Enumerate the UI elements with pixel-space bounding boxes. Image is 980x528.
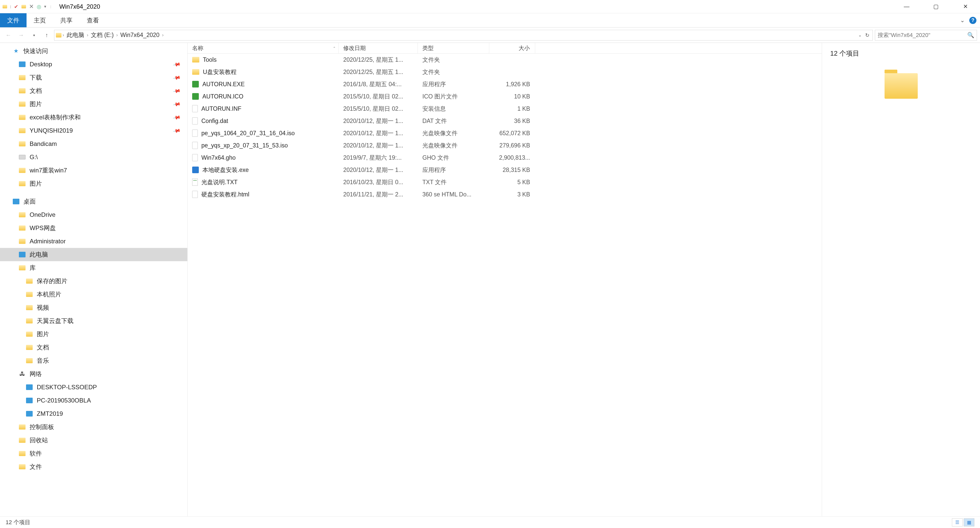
pin-icon: 📌 [172, 60, 181, 69]
search-input[interactable] [878, 32, 967, 38]
sidebar-item[interactable]: WPS网盘 [0, 221, 187, 235]
close-button[interactable]: ✕ [951, 0, 980, 13]
sidebar-item[interactable]: 图片📌 [0, 97, 187, 111]
file-row[interactable]: Win7x64.gho2019/9/7, 星期六 19:...GHO 文件2,9… [188, 152, 822, 164]
qa-check-icon[interactable]: ✔ [14, 3, 18, 10]
minimize-button[interactable]: — [892, 0, 921, 13]
qa-dropdown-icon[interactable]: ▾ [44, 4, 46, 9]
column-name[interactable]: 名称⌃ [188, 43, 339, 53]
crumb-sep-icon[interactable]: › [87, 32, 88, 38]
breadcrumb-item[interactable]: Win7x64_2020 [119, 32, 161, 38]
folder-icon [25, 277, 33, 285]
sidebar-item[interactable]: 天翼云盘下载 [0, 314, 187, 328]
sidebar-quick-access[interactable]: ★ 快速访问 [0, 44, 187, 58]
file-row[interactable]: AUTORUN.INF2015/5/10, 星期日 02...安装信息1 KB [188, 103, 822, 115]
pc-icon [18, 251, 26, 258]
sidebar-item[interactable]: ZMT2019 [0, 407, 187, 420]
folder-icon [25, 330, 33, 338]
file-type: 安装信息 [418, 105, 489, 113]
crumb-sep-icon[interactable]: › [162, 32, 164, 38]
address-bar[interactable]: › 此电脑 › 文档 (E:) › Win7x64_2020 › ⌄ ↻ [54, 30, 873, 41]
file-date: 2020/10/12, 星期一 1... [339, 129, 418, 137]
refresh-icon[interactable]: ↻ [865, 32, 870, 38]
sidebar-item[interactable]: 库 [0, 261, 187, 274]
navigation-pane[interactable]: ★ 快速访问 Desktop📌下载📌文档📌图片📌excel表格制作求和📌YUNQ… [0, 43, 188, 516]
sidebar-item[interactable]: excel表格制作求和📌 [0, 111, 187, 124]
view-details-button[interactable]: ☰ [952, 518, 963, 526]
file-type: 文件夹 [418, 56, 489, 64]
address-dropdown-icon[interactable]: ⌄ [858, 33, 862, 38]
column-size[interactable]: 大小 [489, 43, 535, 53]
file-icon [192, 154, 198, 161]
sidebar-item[interactable]: 保存的图片 [0, 274, 187, 288]
file-name: 光盘说明.TXT [201, 178, 238, 186]
ribbon-expand-icon[interactable]: ⌄ [960, 17, 965, 24]
drive-icon [18, 153, 26, 161]
up-button[interactable]: ↑ [41, 30, 52, 41]
sidebar-item[interactable]: 文档 [0, 341, 187, 354]
file-icon [192, 69, 199, 75]
crumb-sep-icon[interactable]: › [62, 32, 64, 38]
sidebar-item[interactable]: 本机照片 [0, 288, 187, 301]
tab-share[interactable]: 共享 [53, 13, 80, 27]
sidebar-item[interactable]: 音乐 [0, 354, 187, 367]
qa-target-icon[interactable]: ◎ [37, 3, 41, 10]
breadcrumb-item[interactable]: 此电脑 [65, 31, 86, 39]
column-type[interactable]: 类型 [418, 43, 489, 53]
tab-view[interactable]: 查看 [80, 13, 106, 27]
file-row[interactable]: 硬盘安装教程.html2016/11/21, 星期一 2...360 se HT… [188, 188, 822, 200]
sidebar-item[interactable]: Bandicam [0, 137, 187, 151]
file-row[interactable]: Tools2020/12/25, 星期五 1...文件夹 [188, 54, 822, 66]
file-row[interactable]: 本地硬盘安装.exe2020/10/12, 星期一 1...应用程序28,315… [188, 164, 822, 176]
sidebar-network[interactable]: 🖧 网络 [0, 367, 187, 381]
file-size: 1,926 KB [489, 81, 535, 88]
sidebar-item[interactable]: 图片 [0, 177, 187, 190]
file-row[interactable]: pe_yqs_xp_20_07_31_15_53.iso2020/10/12, … [188, 139, 822, 152]
sidebar-item[interactable]: 软件 [0, 447, 187, 460]
file-row[interactable]: pe_yqs_1064_20_07_31_16_04.iso2020/10/12… [188, 127, 822, 139]
crumb-sep-icon[interactable]: › [116, 32, 118, 38]
file-row[interactable]: Config.dat2020/10/12, 星期一 1...DAT 文件36 K… [188, 115, 822, 127]
file-row[interactable]: U盘安装教程2020/12/25, 星期五 1...文件夹 [188, 66, 822, 78]
file-name: 硬盘安装教程.html [201, 190, 249, 198]
search-icon[interactable]: 🔍 [967, 32, 974, 38]
breadcrumb-item[interactable]: 文档 (E:) [89, 31, 115, 39]
sidebar-item[interactable]: 下载📌 [0, 71, 187, 84]
help-icon[interactable]: ? [969, 17, 977, 24]
file-row[interactable]: AUTORUN.ICO2015/5/10, 星期日 02...ICO 图片文件1… [188, 90, 822, 103]
sidebar-item[interactable]: 图片 [0, 328, 187, 341]
sidebar-item[interactable]: 回收站 [0, 434, 187, 447]
file-type: 文件夹 [418, 68, 489, 76]
sidebar-item[interactable]: 控制面板 [0, 420, 187, 434]
sidebar-item[interactable]: 文件 [0, 460, 187, 473]
sidebar-item[interactable]: G:\ [0, 151, 187, 164]
sidebar-item[interactable]: PC-20190530OBLA [0, 394, 187, 407]
search-box[interactable]: 🔍 [875, 30, 977, 41]
sidebar-item[interactable]: 此电脑 [0, 248, 187, 261]
history-dropdown-icon[interactable]: ▾ [29, 30, 39, 41]
file-row[interactable]: AUTORUN.EXE2016/1/8, 星期五 04:...应用程序1,926… [188, 78, 822, 90]
computer-icon [25, 410, 33, 417]
column-date[interactable]: 修改日期 [339, 43, 418, 53]
maximize-button[interactable]: ▢ [921, 0, 951, 13]
sidebar-item[interactable]: 文档📌 [0, 84, 187, 97]
qa-open-icon[interactable] [21, 5, 26, 8]
view-icons-button[interactable]: ▦ [964, 518, 974, 526]
sidebar-item[interactable]: OneDrive [0, 208, 187, 221]
sidebar-item[interactable]: Desktop📌 [0, 58, 187, 71]
back-button[interactable]: ← [3, 30, 14, 41]
sidebar-desktop[interactable]: 桌面 [0, 195, 187, 208]
sidebar-item[interactable]: 视频 [0, 301, 187, 314]
sidebar-item[interactable]: win7重装win7 [0, 164, 187, 177]
tab-home[interactable]: 主页 [27, 13, 53, 27]
ribbon-tabs: 文件 主页 共享 查看 ⌄ ? [0, 13, 980, 27]
sidebar-item[interactable]: Administrator [0, 235, 187, 248]
file-row[interactable]: 光盘说明.TXT2016/10/23, 星期日 0...TXT 文件5 KB [188, 176, 822, 188]
sidebar-item[interactable]: YUNQISHI2019📌 [0, 124, 187, 137]
qa-divider: | [10, 5, 11, 8]
tab-file[interactable]: 文件 [0, 13, 27, 27]
sidebar-item[interactable]: DESKTOP-LSSOEDP [0, 381, 187, 394]
file-icon [192, 142, 198, 149]
qa-close-icon[interactable]: ✕ [29, 3, 34, 10]
forward-button[interactable]: → [16, 30, 27, 41]
